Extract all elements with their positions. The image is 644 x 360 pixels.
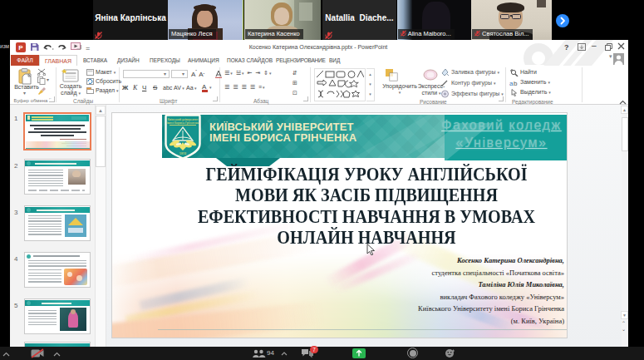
svg-text:1874: 1874: [179, 152, 186, 155]
svg-text:P: P: [18, 44, 23, 52]
svg-text:імені Бориса Грінченка: імені Бориса Грінченка: [167, 121, 199, 125]
svg-text:b: b: [514, 80, 518, 86]
